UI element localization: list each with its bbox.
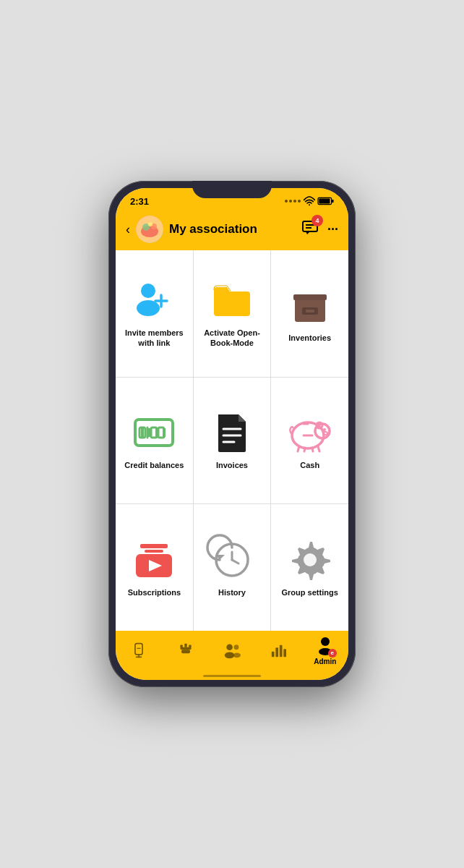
svg-point-52 (304, 553, 317, 566)
document-icon (210, 411, 254, 454)
svg-point-63 (225, 652, 235, 659)
group-icon (223, 642, 241, 658)
invite-members-label: Invite members with link (120, 328, 189, 349)
svg-rect-61 (189, 644, 191, 647)
svg-rect-67 (276, 647, 279, 657)
svg-point-62 (226, 644, 233, 650)
grid-item-subscriptions[interactable]: Subscriptions (116, 504, 193, 631)
phone-screen: 2:31 (116, 188, 348, 680)
bottom-navigation: e Admin (116, 631, 348, 680)
notification-badge: 4 (312, 215, 323, 226)
header-actions: 4 ··· (301, 219, 338, 239)
notification-button[interactable]: 4 (301, 219, 319, 239)
invoices-label: Invoices (216, 460, 248, 470)
nav-item-drinks[interactable] (116, 642, 162, 658)
gear-icon (288, 538, 332, 582)
avatar[interactable] (136, 216, 163, 243)
svg-line-40 (312, 448, 313, 451)
phone-frame: 2:31 (108, 181, 356, 687)
svg-line-51 (232, 560, 239, 563)
svg-rect-68 (280, 645, 283, 658)
grid-item-credit-balances[interactable]: Credit balances (116, 378, 193, 504)
svg-rect-28 (151, 427, 157, 438)
svg-rect-29 (158, 427, 164, 438)
back-button[interactable]: ‹ (126, 222, 130, 237)
folder-icon (210, 278, 254, 322)
battery-icon (318, 197, 334, 205)
grid-item-open-book[interactable]: Activate Open-Book-Mode (194, 250, 271, 377)
grid-item-invite-members[interactable]: Invite members with link (116, 250, 193, 377)
menu-grid: Invite members with link Activate Open-B… (116, 250, 348, 631)
svg-point-36 (323, 428, 326, 431)
svg-rect-53 (135, 644, 142, 655)
svg-rect-44 (140, 544, 168, 548)
history-icon (210, 538, 254, 582)
svg-rect-21 (135, 420, 173, 446)
header: ‹ My association (116, 211, 348, 250)
credit-balances-label: Credit balances (124, 460, 184, 470)
grid-item-history[interactable]: History (194, 504, 271, 631)
svg-point-0 (309, 204, 310, 205)
svg-line-39 (304, 448, 305, 451)
svg-rect-18 (293, 294, 327, 300)
svg-rect-59 (180, 644, 182, 647)
svg-rect-69 (284, 649, 287, 657)
subscriptions-label: Subscriptions (128, 587, 181, 597)
nav-item-food[interactable] (162, 642, 208, 658)
svg-point-37 (323, 432, 327, 435)
history-label: History (218, 587, 246, 597)
home-indicator (203, 675, 261, 677)
inventories-label: Inventories (288, 333, 331, 343)
grid-item-inventories[interactable]: Inventories (271, 250, 348, 377)
add-user-icon (132, 278, 176, 322)
stats-icon (270, 642, 286, 658)
svg-rect-45 (145, 550, 163, 553)
grid-item-cash[interactable]: Cash (271, 378, 348, 504)
svg-rect-2 (332, 200, 334, 203)
svg-point-65 (233, 652, 241, 658)
svg-rect-60 (184, 644, 186, 647)
svg-rect-20 (306, 310, 314, 312)
cash-label: Cash (300, 460, 319, 470)
wifi-icon (304, 197, 315, 205)
group-settings-label: Group settings (282, 587, 338, 597)
status-icons (285, 197, 334, 205)
food-icon (178, 642, 194, 658)
notch (192, 181, 272, 198)
signal-icon (285, 200, 301, 203)
piggy-icon (288, 411, 332, 454)
drink-icon (131, 642, 147, 658)
svg-line-41 (318, 446, 319, 451)
nav-item-stats[interactable] (255, 642, 301, 658)
money-icon (132, 411, 176, 454)
archive-icon (288, 284, 332, 327)
nav-item-members[interactable] (209, 642, 255, 658)
video-icon (132, 538, 176, 582)
svg-rect-66 (272, 652, 275, 657)
grid-item-group-settings[interactable]: Group settings (271, 504, 348, 631)
svg-line-38 (298, 446, 299, 451)
svg-rect-3 (319, 199, 330, 204)
nav-item-admin[interactable]: e Admin (302, 636, 348, 665)
page-title: My association (169, 222, 296, 237)
status-time: 2:31 (130, 196, 149, 207)
more-button[interactable]: ··· (327, 222, 338, 237)
svg-point-8 (148, 222, 152, 226)
open-book-label: Activate Open-Book-Mode (198, 328, 267, 349)
svg-point-64 (234, 644, 239, 650)
svg-point-70 (321, 637, 330, 646)
grid-item-invoices[interactable]: Invoices (194, 378, 271, 504)
svg-point-12 (141, 284, 155, 298)
svg-rect-58 (181, 650, 190, 653)
admin-label: Admin (314, 658, 336, 665)
